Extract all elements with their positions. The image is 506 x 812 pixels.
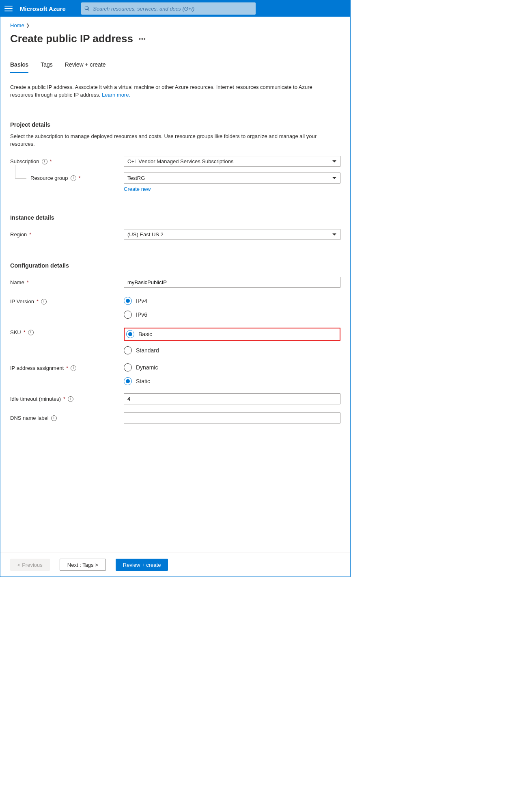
- ipv4-radio[interactable]: IPv4: [124, 297, 340, 305]
- search-input[interactable]: [93, 6, 252, 12]
- info-icon[interactable]: i: [28, 330, 34, 335]
- info-icon[interactable]: i: [42, 159, 47, 164]
- chevron-down-icon: [332, 159, 337, 164]
- learn-more-link[interactable]: Learn more.: [102, 92, 130, 98]
- previous-button[interactable]: < Previous: [10, 559, 50, 571]
- resource-group-label: Resource group i *: [30, 173, 124, 181]
- radio-selected-icon: [124, 297, 132, 305]
- subscription-label: Subscription i *: [10, 156, 124, 164]
- radio-selected-icon: [124, 377, 132, 385]
- dns-label: DNS name label i: [10, 412, 124, 421]
- ip-assignment-label: IP address assignment * i: [10, 363, 124, 371]
- info-icon[interactable]: i: [68, 396, 73, 402]
- tab-basics[interactable]: Basics: [10, 61, 28, 73]
- description: Create a public IP address. Associate it…: [10, 84, 335, 99]
- tabs: Basics Tags Review + create: [10, 61, 340, 73]
- radio-icon: [124, 311, 132, 319]
- sku-label: SKU * i: [10, 327, 124, 335]
- ip-version-label: IP Version * i: [10, 296, 124, 304]
- region-select[interactable]: (US) East US 2: [124, 229, 340, 240]
- info-icon[interactable]: i: [51, 415, 57, 421]
- info-icon[interactable]: i: [71, 175, 76, 181]
- project-details-heading: Project details: [10, 121, 340, 128]
- configuration-details-heading: Configuration details: [10, 262, 340, 269]
- sku-basic-radio[interactable]: Basic: [126, 330, 152, 338]
- breadcrumb-home[interactable]: Home: [10, 22, 24, 28]
- resource-group-value: TestRG: [127, 175, 145, 181]
- sku-standard-radio[interactable]: Standard: [124, 346, 340, 354]
- review-create-button[interactable]: Review + create: [116, 559, 168, 571]
- sku-basic-highlight: Basic: [124, 328, 340, 341]
- assignment-dynamic-radio[interactable]: Dynamic: [124, 363, 340, 371]
- region-value: (US) East US 2: [127, 231, 164, 238]
- breadcrumb: Home ❯: [10, 22, 340, 28]
- chevron-right-icon: ❯: [26, 23, 30, 28]
- dns-input[interactable]: [124, 412, 340, 423]
- more-actions-icon[interactable]: •••: [139, 36, 146, 42]
- hamburger-menu-icon[interactable]: [4, 4, 13, 13]
- name-label: Name *: [10, 277, 124, 285]
- page-title: Create public IP address •••: [10, 32, 340, 45]
- page-title-text: Create public IP address: [10, 32, 133, 45]
- radio-icon: [124, 346, 132, 354]
- search-icon: [84, 6, 90, 11]
- idle-timeout-input[interactable]: [124, 393, 340, 404]
- radio-selected-icon: [126, 330, 134, 338]
- topbar: Microsoft Azure: [0, 0, 350, 17]
- info-icon[interactable]: i: [71, 365, 76, 371]
- tab-tags[interactable]: Tags: [41, 61, 53, 73]
- brand-label[interactable]: Microsoft Azure: [20, 5, 66, 12]
- instance-details-heading: Instance details: [10, 214, 340, 221]
- chevron-down-icon: [332, 232, 337, 237]
- footer: < Previous Next : Tags > Review + create: [0, 553, 350, 577]
- name-input[interactable]: [124, 277, 340, 288]
- tab-review[interactable]: Review + create: [65, 61, 106, 73]
- chevron-down-icon: [332, 176, 337, 181]
- next-button[interactable]: Next : Tags >: [60, 559, 106, 571]
- region-label: Region *: [10, 229, 124, 238]
- info-icon[interactable]: i: [41, 299, 47, 304]
- assignment-static-radio[interactable]: Static: [124, 377, 340, 385]
- description-text: Create a public IP address. Associate it…: [10, 84, 312, 98]
- create-new-rg-link[interactable]: Create new: [124, 186, 151, 192]
- subscription-select[interactable]: C+L Vendor Managed Services Subscription…: [124, 156, 340, 167]
- idle-timeout-label: Idle timeout (minutes) * i: [10, 393, 124, 402]
- radio-icon: [124, 363, 132, 371]
- subscription-value: C+L Vendor Managed Services Subscription…: [127, 158, 233, 164]
- search-box[interactable]: [81, 2, 256, 15]
- content-area: Home ❯ Create public IP address ••• Basi…: [0, 17, 350, 540]
- project-details-sub: Select the subscription to manage deploy…: [10, 133, 339, 148]
- ipv6-radio[interactable]: IPv6: [124, 311, 340, 319]
- resource-group-select[interactable]: TestRG: [124, 173, 340, 184]
